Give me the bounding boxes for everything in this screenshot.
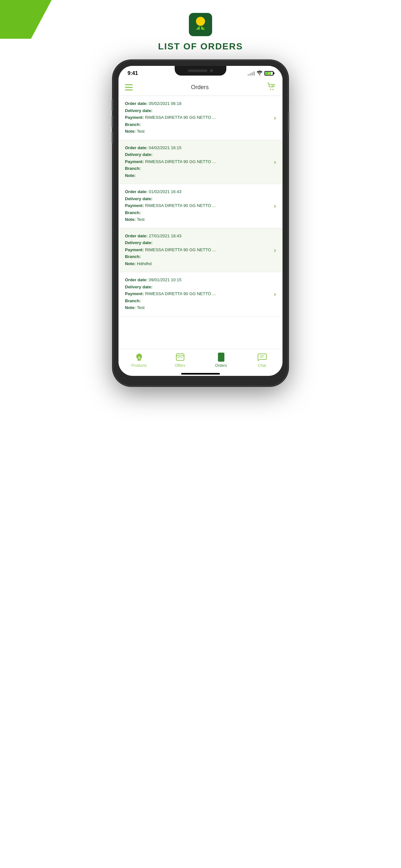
status-time: 9:41 — [127, 70, 138, 76]
green-corner-decoration — [0, 0, 52, 39]
order-field-value: 01/02/2021 16:43 — [149, 189, 181, 194]
order-field: Branch: — [125, 298, 271, 304]
hamburger-line-2 — [125, 87, 133, 88]
order-field-label: Payment: — [125, 291, 145, 296]
svg-point-3 — [270, 89, 271, 90]
order-item[interactable]: Order date: 04/02/2021 16:15Delivery dat… — [119, 140, 282, 184]
order-field-label: Delivery date: — [125, 196, 152, 201]
order-field: Branch: — [125, 210, 271, 216]
signal-bar-3 — [251, 72, 253, 75]
order-field-label: Order date: — [125, 277, 149, 282]
order-field-value: Hdhdhd — [137, 261, 152, 266]
order-field: Payment: RIMESSA DIRETTA 90 GG NETTO ... — [125, 247, 271, 253]
order-details: Order date: 27/01/2021 18:43Delivery dat… — [125, 233, 271, 268]
order-field-label: Delivery date: — [125, 240, 152, 245]
order-field-label: Delivery date: — [125, 152, 152, 157]
notch-pill — [188, 69, 207, 72]
cart-button[interactable] — [267, 82, 276, 92]
order-field-label: Note: — [125, 217, 137, 222]
app-header: Orders — [119, 79, 282, 96]
order-field-label: Payment: — [125, 203, 145, 208]
order-field: Order date: 01/02/2021 16:43 — [125, 189, 271, 195]
order-field: Delivery date: — [125, 196, 271, 202]
notch — [175, 66, 226, 75]
signal-bars-icon — [248, 71, 255, 75]
order-field: Order date: 09/01/2021 10:15 — [125, 277, 271, 283]
order-field-value: 04/02/2021 16:15 — [149, 145, 181, 150]
order-field-label: Delivery date: — [125, 284, 152, 289]
order-field-label: Order date: — [125, 145, 149, 150]
orders-list: Order date: 05/02/2021 06:18Delivery dat… — [119, 96, 282, 349]
order-field-label: Order date: — [125, 101, 149, 106]
order-field: Order date: 05/02/2021 06:18 — [125, 100, 271, 107]
order-details: Order date: 01/02/2021 16:43Delivery dat… — [125, 189, 271, 223]
order-field-value: RIMESSA DIRETTA 90 GG NETTO ... — [145, 159, 216, 164]
order-field: Note: Test — [125, 216, 271, 223]
order-field-value: RIMESSA DIRETTA 90 GG NETTO ... — [145, 247, 216, 252]
tab-offers-label: Offers — [175, 363, 185, 368]
order-field: Delivery date: — [125, 151, 271, 158]
order-field-value: 09/01/2021 10:15 — [149, 277, 181, 282]
order-field-value: RIMESSA DIRETTA 90 GG NETTO ... — [145, 203, 216, 208]
phone-frame: 9:41 — [113, 61, 288, 385]
wifi-icon — [257, 71, 263, 76]
page-wrapper: LIST OF ORDERS 9:41 — [100, 0, 301, 399]
svg-point-1 — [196, 17, 205, 26]
svg-rect-8 — [176, 354, 184, 361]
order-field: Branch: — [125, 253, 271, 260]
order-field: Note: Test — [125, 305, 271, 311]
svg-point-4 — [273, 89, 274, 90]
status-icons: ⚡ — [248, 71, 274, 76]
tab-bar: Products Offers — [119, 349, 282, 370]
order-field-value: Test — [137, 129, 145, 134]
hamburger-menu-button[interactable] — [125, 84, 133, 90]
signal-bar-4 — [253, 71, 255, 75]
order-item[interactable]: Order date: 27/01/2021 18:43Delivery dat… — [119, 228, 282, 273]
svg-rect-5 — [137, 360, 141, 361]
svg-rect-14 — [218, 353, 224, 361]
order-item[interactable]: Order date: 01/02/2021 16:43Delivery dat… — [119, 184, 282, 228]
order-field-label: Branch: — [125, 166, 141, 171]
tab-chat[interactable]: Chat — [251, 352, 274, 368]
order-field: Payment: RIMESSA DIRETTA 90 GG NETTO ... — [125, 159, 271, 165]
order-field-label: Branch: — [125, 210, 141, 215]
order-item[interactable]: Order date: 05/02/2021 06:18Delivery dat… — [119, 96, 282, 140]
order-details: Order date: 05/02/2021 06:18Delivery dat… — [125, 100, 271, 135]
order-field: Payment: RIMESSA DIRETTA 90 GG NETTO ... — [125, 203, 271, 209]
tab-offers[interactable]: Offers — [169, 352, 191, 368]
order-field: Note: Hdhdhd — [125, 260, 271, 267]
order-field: Payment: RIMESSA DIRETTA 90 GG NETTO ... — [125, 290, 271, 297]
order-field: Payment: RIMESSA DIRETTA 90 GG NETTO ... — [125, 114, 271, 121]
order-field: Note: — [125, 173, 271, 179]
order-field: Delivery date: — [125, 240, 271, 246]
order-field-value: Test — [137, 217, 145, 222]
order-field-label: Branch: — [125, 254, 141, 259]
chevron-right-icon: › — [274, 114, 276, 121]
tab-chat-label: Chat — [258, 363, 266, 368]
order-field-label: Note: — [125, 129, 137, 134]
chevron-right-icon: › — [274, 158, 276, 166]
order-field: Note: Test — [125, 128, 271, 135]
order-field-value: 27/01/2021 18:43 — [149, 234, 181, 238]
order-field-label: Note: — [125, 173, 135, 178]
signal-bar-1 — [248, 74, 249, 75]
notch-dot — [210, 69, 213, 72]
tab-orders-label: Orders — [215, 363, 227, 368]
home-bar — [181, 373, 220, 375]
order-field-label: Order date: — [125, 234, 149, 238]
order-field-value: RIMESSA DIRETTA 90 GG NETTO ... — [145, 291, 216, 296]
order-field: Branch: — [125, 121, 271, 128]
tab-orders[interactable]: Orders — [210, 352, 233, 368]
order-field: Branch: — [125, 165, 271, 172]
battery-icon: ⚡ — [265, 71, 274, 75]
order-details: Order date: 04/02/2021 16:15Delivery dat… — [125, 145, 271, 180]
order-field-label: Branch: — [125, 299, 141, 303]
order-item[interactable]: Order date: 09/01/2021 10:15Delivery dat… — [119, 272, 282, 316]
order-field-label: Note: — [125, 261, 137, 266]
chevron-right-icon: › — [274, 202, 276, 210]
order-details: Order date: 09/01/2021 10:15Delivery dat… — [125, 277, 271, 312]
order-field-value: 05/02/2021 06:18 — [149, 101, 181, 106]
signal-bar-2 — [250, 73, 251, 75]
tab-products[interactable]: Products — [128, 352, 150, 368]
order-field-label: Payment: — [125, 159, 145, 164]
